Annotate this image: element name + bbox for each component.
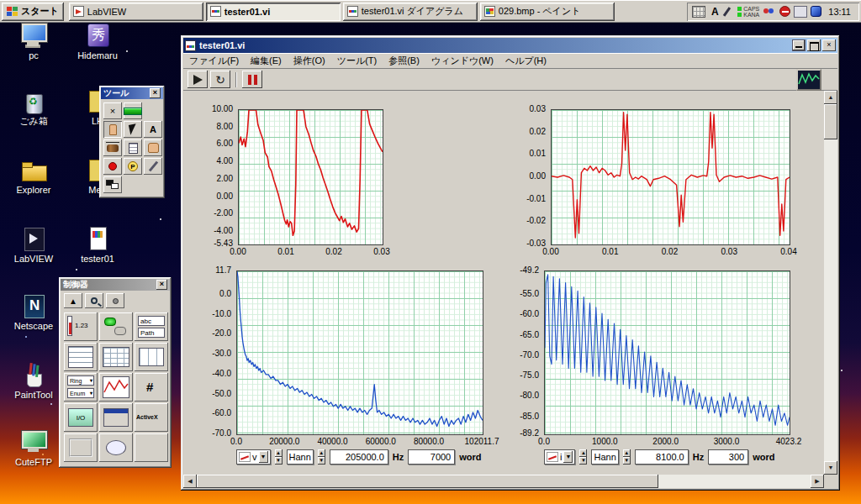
maximize-icon[interactable] [807, 39, 821, 51]
waveform-graph-voltage[interactable]: 10.008.006.004.002.000.00-2.00-4.00-5.43… [238, 109, 383, 245]
connect-wire-tool[interactable] [103, 139, 122, 156]
graph-controls[interactable] [99, 373, 133, 402]
auto-tool-toggle[interactable]: × [103, 102, 122, 119]
word-count-input-right[interactable]: 300 [708, 449, 748, 465]
menu-item-3[interactable]: ツール(T) [331, 53, 383, 69]
horizontal-scrollbar[interactable]: ◀ ▶ [183, 475, 824, 488]
chevron-down-icon[interactable]: ▼ [259, 451, 268, 463]
desktop-icon-tester01[interactable]: tester01 [71, 227, 124, 264]
notes-icon[interactable] [794, 6, 807, 18]
edit-text-tool[interactable]: A [144, 121, 162, 138]
classic-controls[interactable] [135, 433, 168, 462]
scroll-down-icon[interactable]: ▼ [824, 461, 837, 475]
caps-kana-indicator[interactable]: CAPS KANA [737, 6, 759, 18]
spectrum-graph-left[interactable]: 11.70.0-10.0-20.0-30.0-40.0-50.0-60.0-70… [236, 270, 483, 435]
close-icon[interactable]: × [156, 280, 167, 290]
numeric-controls[interactable]: 1.23 [64, 312, 98, 341]
menu-item-0[interactable]: ファイル(F) [183, 53, 245, 69]
scroll-right-icon[interactable]: ▶ [811, 475, 824, 488]
blue-app-icon[interactable] [811, 6, 821, 17]
window-fn-spinner[interactable]: ▲▼ [579, 449, 587, 465]
clock[interactable]: 13:11 [825, 7, 854, 17]
vertical-scroll-thumb[interactable] [824, 104, 837, 139]
plot-area[interactable] [238, 109, 383, 245]
desktop-icon-hidemaru[interactable]: Hidemaru [71, 24, 124, 60]
close-icon[interactable]: × [822, 39, 836, 51]
desktop-icon-explorer[interactable]: Explorer [7, 158, 61, 195]
taskbar-button-2[interactable]: tester01.vi ダイアグラム [343, 3, 478, 21]
pin-button[interactable] [106, 293, 124, 308]
waveform-graph-current[interactable]: 0.030.020.010.00-0.01-0.02-0.03 0.000.01… [551, 109, 790, 245]
io-controls[interactable]: I/O [64, 403, 98, 432]
scroll-up-icon[interactable]: ▲ [824, 91, 837, 104]
auto-tool-led[interactable] [124, 102, 142, 119]
taskbar-button-1[interactable]: tester01.vi [206, 3, 341, 21]
ring-controls[interactable]: Ring▾ Enum▾ [64, 373, 98, 402]
menu-item-5[interactable]: ウィンドウ(W) [425, 53, 499, 69]
window-function-selector-right[interactable]: Hann [591, 449, 618, 465]
spectrum-graph-right[interactable]: -49.2-55.0-60.0-65.0-70.0-75.0-80.0-85.0… [544, 270, 790, 435]
scroll-window-tool[interactable] [144, 139, 162, 156]
refnum-controls[interactable] [99, 433, 133, 462]
people-icon[interactable] [763, 6, 776, 18]
desktop-icon-recycle-bin[interactable]: ごみ箱 [7, 89, 61, 126]
boolean-controls[interactable] [99, 312, 133, 341]
run-button[interactable] [188, 71, 208, 88]
set-color-tool[interactable] [103, 176, 122, 193]
desktop-icon-pc[interactable]: pc [7, 24, 61, 60]
frequency-input-left[interactable]: 205000.0 [330, 449, 388, 465]
plot-area[interactable] [544, 270, 790, 435]
position-select-tool[interactable] [124, 121, 142, 138]
shortcut-menu-tool[interactable] [124, 139, 142, 156]
freq-spinner[interactable]: ▲▼ [623, 449, 631, 465]
menu-item-1[interactable]: 編集(E) [245, 53, 288, 69]
table-controls[interactable] [99, 343, 133, 371]
keyboard-icon[interactable] [692, 6, 705, 18]
dialog-controls[interactable] [99, 403, 133, 432]
menu-item-4[interactable]: 参照(B) [383, 53, 425, 69]
taskbar-button-0[interactable]: LabVIEW [69, 3, 203, 21]
window-function-selector-left[interactable]: Hann [287, 449, 314, 465]
vertical-scrollbar[interactable]: ▲ ▼ [824, 91, 837, 475]
string-controls[interactable]: abc Path [135, 312, 168, 341]
window-fn-spinner[interactable]: ▲▼ [275, 449, 283, 465]
desktop-icon-labview[interactable]: LabVIEW [7, 227, 61, 264]
window-titlebar[interactable]: tester01.vi × [183, 38, 837, 53]
array-controls[interactable] [135, 343, 168, 371]
minimize-icon[interactable] [792, 39, 806, 51]
frequency-input-right[interactable]: 8100.0 [635, 449, 689, 465]
numeric2-controls[interactable]: # [135, 373, 168, 402]
plot-area[interactable] [236, 270, 483, 435]
start-button[interactable]: スタート [2, 3, 64, 21]
desktop-icon-painttool[interactable]: PaintTool [7, 363, 61, 400]
menu-item-2[interactable]: 操作(O) [288, 53, 331, 69]
channel-selector-left[interactable]: v ▼ [236, 449, 271, 465]
menu-item-6[interactable]: ヘルプ(H) [499, 53, 552, 69]
desktop-icon-cuteftp[interactable]: CuteFTP [7, 430, 61, 467]
desktop-icon-netscape[interactable]: Netscape [7, 294, 61, 331]
up-level-button[interactable]: ▲ [64, 293, 82, 308]
plot-area[interactable] [551, 109, 790, 245]
tools-palette-titlebar[interactable]: ツール × [101, 87, 163, 99]
get-color-tool[interactable] [144, 158, 162, 175]
activex-controls[interactable]: ActiveX [135, 403, 168, 432]
pen-icon[interactable] [724, 6, 734, 18]
decorations-controls[interactable] [64, 433, 98, 462]
controls-palette-titlebar[interactable]: 制御器 × [61, 279, 170, 291]
taskbar-button-3[interactable]: 029.bmp - ペイント [480, 3, 615, 21]
chevron-down-icon[interactable]: ▼ [563, 451, 573, 463]
run-continuous-button[interactable]: ↻ [210, 71, 230, 88]
close-icon[interactable]: × [150, 88, 161, 98]
word-count-input-left[interactable]: 7000 [408, 449, 455, 465]
no-entry-icon[interactable] [779, 6, 790, 17]
breakpoint-tool[interactable] [103, 158, 122, 175]
scroll-left-icon[interactable]: ◀ [183, 475, 197, 488]
ime-mode-indicator[interactable]: A [709, 6, 721, 18]
freq-spinner[interactable]: ▲▼ [318, 449, 325, 465]
operate-value-tool[interactable] [103, 121, 122, 138]
channel-selector-right[interactable]: i ▼ [544, 449, 575, 465]
probe-tool[interactable]: P [124, 158, 142, 175]
list-controls[interactable] [64, 343, 98, 371]
search-button[interactable] [85, 293, 103, 308]
pause-button[interactable] [242, 71, 262, 88]
